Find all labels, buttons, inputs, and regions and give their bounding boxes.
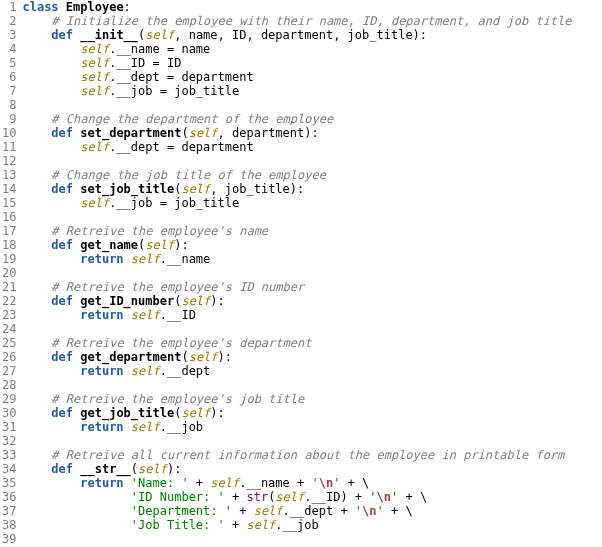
code-line (22, 434, 602, 448)
line-number: 32 (2, 434, 16, 448)
code-token: \n (377, 490, 391, 504)
code-line (22, 210, 602, 224)
code-line: self.__name = name (22, 42, 602, 56)
line-number: 8 (2, 98, 16, 112)
code-token: def (51, 350, 80, 364)
code-token: ): (167, 462, 181, 476)
code-token: self (145, 28, 174, 42)
code-line: # Retreive the employee's job title (22, 392, 602, 406)
code-token: .__ID (160, 308, 196, 322)
line-number: 13 (2, 168, 16, 182)
code-token: .__ID) + (304, 490, 369, 504)
code-token (22, 462, 51, 476)
code-area[interactable]: class Employee: # Initialize the employe… (22, 0, 602, 546)
line-number: 7 (2, 84, 16, 98)
line-number-gutter: 1234567891011121314151617181920212223242… (0, 0, 22, 546)
code-token: self (131, 420, 160, 434)
code-token (22, 308, 80, 322)
line-number: 23 (2, 308, 16, 322)
code-token: self (189, 350, 218, 364)
line-number: 31 (2, 420, 16, 434)
code-token: # Retreive the employee's job title (51, 392, 304, 406)
line-number: 4 (2, 42, 16, 56)
code-line: return self.__job (22, 420, 602, 434)
code-token: + (225, 490, 247, 504)
code-line (22, 154, 602, 168)
code-token: .__job (275, 518, 318, 532)
code-token: __init__ (80, 28, 138, 42)
code-token: self (80, 56, 109, 70)
code-token (22, 112, 51, 126)
code-token: ( (131, 462, 138, 476)
code-token (22, 406, 51, 420)
code-token: class (22, 0, 65, 14)
code-line: 'Job Title: ' + self.__job (22, 518, 602, 532)
code-token: + (232, 504, 254, 518)
code-token: return (80, 252, 131, 266)
code-line: # Retreive the employee's department (22, 336, 602, 350)
code-token: get_name (80, 238, 138, 252)
code-line (22, 98, 602, 112)
code-token: \n (319, 476, 333, 490)
code-token: ' (355, 504, 362, 518)
line-number: 3 (2, 28, 16, 42)
line-number: 11 (2, 140, 16, 154)
code-token (22, 224, 51, 238)
code-line: # Change the department of the employee (22, 112, 602, 126)
code-token: ' (311, 476, 318, 490)
line-number: 10 (2, 126, 16, 140)
code-token: + \ (398, 490, 427, 504)
code-token: get_ID_number (80, 294, 174, 308)
code-line (22, 532, 602, 546)
code-line: def get_department(self): (22, 350, 602, 364)
code-token: self (80, 196, 109, 210)
code-line: self.__ID = ID (22, 56, 602, 70)
code-token: # Retreive all current information about… (51, 448, 564, 462)
code-token (22, 42, 80, 56)
code-token: .__job = job_title (109, 84, 239, 98)
line-number: 5 (2, 56, 16, 70)
code-line: return self.__ID (22, 308, 602, 322)
code-token: self (145, 238, 174, 252)
code-token: self (131, 252, 160, 266)
code-line: self.__dept = department (22, 70, 602, 84)
code-line: # Retreive the employee's name (22, 224, 602, 238)
code-token (22, 56, 80, 70)
code-token: def (51, 28, 80, 42)
code-line: def get_ID_number(self): (22, 294, 602, 308)
code-token (22, 490, 130, 504)
code-token: return (80, 364, 131, 378)
code-line: return 'Name: ' + self.__name + '\n' + \ (22, 476, 602, 490)
code-token: ' (369, 490, 376, 504)
code-token: 'ID Number: ' (131, 490, 225, 504)
line-number: 34 (2, 462, 16, 476)
code-token (22, 14, 51, 28)
code-token: \n (362, 504, 376, 518)
line-number: 25 (2, 336, 16, 350)
code-token: def (51, 126, 80, 140)
code-line: # Retreive the employee's ID number (22, 280, 602, 294)
code-token: self (246, 518, 275, 532)
line-number: 14 (2, 182, 16, 196)
code-token (22, 476, 80, 490)
code-token (22, 126, 51, 140)
line-number: 2 (2, 14, 16, 28)
line-number: 18 (2, 238, 16, 252)
code-token: get_department (80, 350, 181, 364)
line-number: 1 (2, 0, 16, 14)
code-token: def (51, 294, 80, 308)
line-number: 35 (2, 476, 16, 490)
code-token (22, 168, 51, 182)
code-token: self (80, 70, 109, 84)
code-token (22, 294, 51, 308)
code-token: str (246, 490, 268, 504)
line-number: 39 (2, 532, 16, 546)
line-number: 9 (2, 112, 16, 126)
code-token: return (80, 420, 131, 434)
line-number: 22 (2, 294, 16, 308)
code-token: , department): (218, 126, 319, 140)
code-token: def (51, 238, 80, 252)
code-token: set_department (80, 126, 181, 140)
code-line: # Retreive all current information about… (22, 448, 602, 462)
code-token: 'Department: ' (131, 504, 232, 518)
